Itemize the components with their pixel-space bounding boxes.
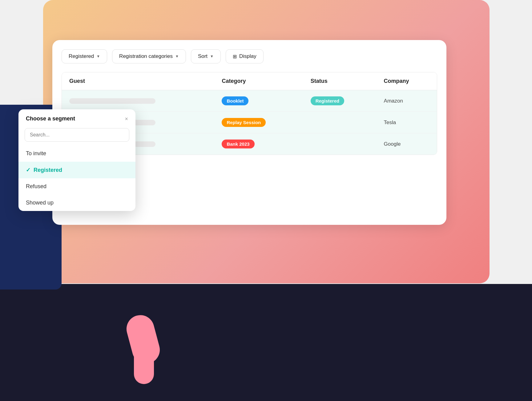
company-cell: Google: [377, 133, 437, 155]
company-name: Amazon: [384, 98, 403, 104]
status-cell: [303, 133, 377, 155]
segment-item-showed-up[interactable]: Showed up: [18, 195, 135, 211]
close-button[interactable]: ×: [125, 116, 128, 122]
sort-label: Sort: [198, 53, 208, 59]
segment-modal: Choose a segment × To invite ✓ Registere…: [18, 109, 135, 211]
segment-item-registered[interactable]: ✓ Registered: [18, 162, 135, 178]
dark-bar: [0, 284, 532, 401]
registration-categories-label: Registration categories: [119, 53, 173, 59]
registration-categories-btn[interactable]: Registration categories ▼: [112, 49, 186, 63]
chevron-down-icon-3: ▼: [210, 54, 214, 59]
segment-list: To invite ✓ Registered Refused Showed up: [18, 145, 135, 211]
check-icon: ✓: [26, 167, 30, 173]
status-cell: Registered: [303, 90, 377, 112]
category-badge: Bank 2023: [222, 140, 254, 148]
company-name: Tesla: [384, 119, 396, 125]
company-name: Google: [384, 141, 401, 147]
chevron-down-icon-2: ▼: [175, 54, 179, 59]
category-cell: Bank 2023: [214, 133, 303, 155]
category-cell: Booklet: [214, 90, 303, 112]
company-cell: Tesla: [377, 112, 437, 133]
status-cell: [303, 112, 377, 133]
category-badge: Replay Session: [222, 118, 266, 127]
company-cell: Amazon: [377, 90, 437, 112]
status-badge: Registered: [311, 96, 345, 105]
display-btn[interactable]: ⊞ Display: [226, 49, 264, 63]
col-header-guest: Guest: [62, 72, 214, 90]
segment-item-label: Registered: [34, 167, 62, 173]
col-header-company: Company: [377, 72, 437, 90]
category-badge: Booklet: [222, 96, 248, 105]
segment-modal-title: Choose a segment: [26, 115, 75, 122]
segment-search-input[interactable]: [25, 128, 129, 142]
category-cell: Replay Session: [214, 112, 303, 133]
col-header-status: Status: [303, 72, 377, 90]
registered-filter-label: Registered: [69, 53, 94, 59]
toolbar: Registered ▼ Registration categories ▼ S…: [62, 49, 437, 63]
segment-item-refused[interactable]: Refused: [18, 178, 135, 195]
chevron-down-icon: ▼: [96, 54, 100, 59]
registered-filter-btn[interactable]: Registered ▼: [62, 49, 107, 63]
segment-item-label: Showed up: [26, 200, 54, 206]
skeleton-bar: [69, 98, 155, 104]
guest-name-cell: [62, 90, 214, 112]
sort-btn[interactable]: Sort ▼: [191, 49, 221, 63]
col-header-category: Category: [214, 72, 303, 90]
display-label: Display: [239, 53, 256, 59]
segment-item-label: Refused: [26, 183, 46, 190]
segment-item-label: To invite: [26, 150, 46, 157]
grid-icon: ⊞: [233, 54, 237, 59]
segment-modal-header: Choose a segment ×: [18, 109, 135, 128]
table-row: Booklet Registered Amazon: [62, 90, 437, 112]
table-header-row: Guest Category Status Company: [62, 72, 437, 90]
segment-item-to-invite[interactable]: To invite: [18, 145, 135, 162]
